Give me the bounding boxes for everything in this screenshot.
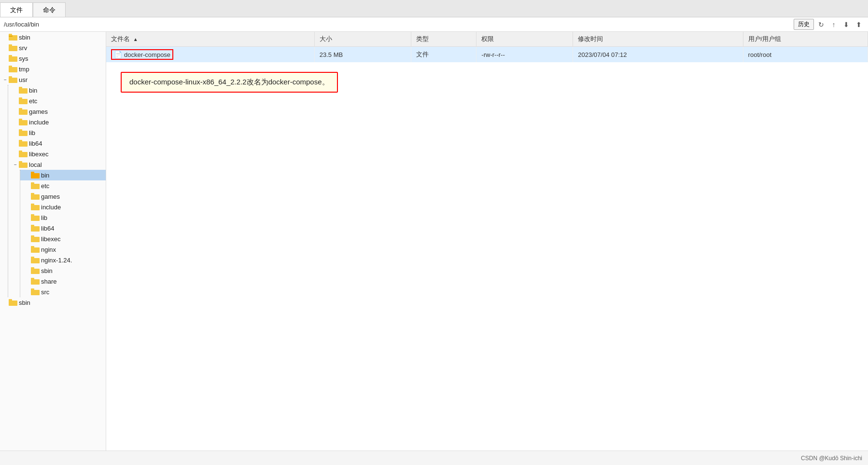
history-button[interactable]: 历史: [794, 19, 814, 30]
folder-icon: [19, 140, 28, 147]
svg-rect-3: [9, 46, 17, 51]
sidebar-item-usr-libexec[interactable]: libexec: [8, 149, 106, 159]
svg-rect-52: [9, 299, 12, 301]
sidebar-item-usr-local-lib64[interactable]: lib64: [20, 223, 106, 233]
svg-rect-38: [31, 225, 34, 227]
path-buttons: 历史 ↻ ↑ ⬇ ⬆: [794, 19, 864, 30]
svg-rect-36: [31, 214, 34, 216]
download-icon[interactable]: ⬇: [841, 19, 852, 30]
tab-bar: 文件 命令: [0, 0, 868, 17]
svg-rect-22: [19, 140, 22, 142]
svg-rect-19: [19, 131, 28, 136]
sidebar-item-sbin-top[interactable]: sbin: [0, 32, 106, 42]
local-children: bin etc games: [20, 170, 106, 297]
folder-icon: [19, 108, 28, 115]
svg-rect-45: [31, 269, 40, 274]
sidebar-item-usr-local-src[interactable]: src: [20, 287, 106, 297]
sidebar-item-usr-games[interactable]: games: [8, 106, 106, 117]
svg-rect-2: [9, 34, 12, 36]
file-table: 文件名 ▲ 大小 类型 权限 修改时间: [106, 32, 868, 62]
folder-icon: [31, 257, 40, 263]
svg-rect-9: [9, 78, 17, 83]
svg-rect-14: [19, 97, 22, 99]
sidebar-item-usr-include[interactable]: include: [8, 117, 106, 127]
sidebar-item-usr-local-include[interactable]: include: [20, 202, 106, 212]
folder-icon: [19, 97, 28, 104]
svg-rect-6: [9, 55, 12, 57]
sidebar-item-usr-local-bin[interactable]: bin: [20, 170, 106, 180]
upload-icon[interactable]: ⬆: [854, 19, 864, 30]
folder-icon: [31, 214, 40, 221]
svg-rect-40: [31, 235, 34, 237]
sidebar-item-usr-local-nginx124[interactable]: nginx-1.24.: [20, 255, 106, 265]
svg-rect-41: [31, 247, 40, 253]
folder-icon: [9, 299, 17, 306]
status-bar: CSDN @Kudō Shin-ichi: [0, 451, 868, 465]
svg-rect-8: [9, 66, 12, 68]
sidebar-label: usr: [19, 76, 28, 83]
svg-rect-12: [19, 87, 22, 89]
folder-icon: [31, 267, 40, 274]
main-layout: sbin srv sys tmp −: [0, 32, 868, 451]
sidebar-item-usr-local-lib[interactable]: lib: [20, 212, 106, 223]
sidebar-item-usr-etc[interactable]: etc: [8, 96, 106, 106]
sidebar-item-srv[interactable]: srv: [0, 42, 106, 53]
file-size-cell: 23.5 MB: [314, 47, 411, 63]
col-header-type[interactable]: 类型: [411, 32, 476, 47]
folder-icon: [31, 193, 40, 200]
col-header-permissions[interactable]: 权限: [476, 32, 573, 47]
sidebar-item-tmp[interactable]: tmp: [0, 64, 106, 74]
folder-icon: [31, 278, 40, 285]
svg-rect-49: [31, 290, 40, 295]
folder-icon: [31, 182, 40, 189]
svg-rect-51: [9, 301, 17, 306]
toggle-usr[interactable]: −: [2, 76, 9, 83]
svg-rect-48: [31, 278, 34, 280]
sidebar-item-usr-local-libexec[interactable]: libexec: [20, 233, 106, 244]
col-header-name[interactable]: 文件名 ▲: [106, 32, 314, 47]
folder-icon: [9, 34, 17, 41]
col-header-modified[interactable]: 修改时间: [573, 32, 743, 47]
file-name-border: 📄 docker-compose: [111, 49, 173, 60]
status-text: CSDN @Kudō Shin-ichi: [801, 455, 862, 462]
folder-icon: [31, 172, 40, 178]
refresh-icon[interactable]: ↻: [816, 19, 826, 30]
svg-rect-42: [31, 246, 34, 248]
sidebar-item-usr-local-share[interactable]: share: [20, 276, 106, 287]
folder-icon: [31, 246, 40, 253]
svg-rect-39: [31, 237, 40, 242]
folder-icon: [9, 76, 17, 83]
col-header-size[interactable]: 大小: [314, 32, 411, 47]
sidebar-item-usr-local-etc[interactable]: etc: [20, 180, 106, 191]
usr-children: bin etc games includ: [8, 85, 106, 297]
sidebar-item-usr-bin[interactable]: bin: [8, 85, 106, 96]
up-icon[interactable]: ↑: [828, 19, 839, 30]
col-header-owner[interactable]: 用户/用户组: [743, 32, 868, 47]
svg-rect-35: [31, 216, 40, 221]
folder-icon: [9, 44, 17, 51]
svg-rect-20: [19, 129, 22, 131]
file-owner-cell: root/root: [743, 47, 868, 63]
sidebar-item-usr[interactable]: − usr: [0, 74, 106, 85]
file-icon: 📄: [114, 51, 122, 58]
sidebar-item-sbin-bottom[interactable]: sbin: [0, 297, 106, 308]
sidebar-item-usr-local[interactable]: − local: [8, 159, 106, 170]
sidebar-item-usr-lib64[interactable]: lib64: [8, 138, 106, 149]
sidebar-item-usr-local-sbin[interactable]: sbin: [20, 265, 106, 276]
svg-rect-43: [31, 258, 40, 263]
sidebar-label: tmp: [19, 66, 29, 73]
sort-arrow-asc: ▲: [133, 37, 138, 42]
sidebar-item-usr-local-games[interactable]: games: [20, 191, 106, 202]
svg-rect-17: [19, 120, 28, 125]
sidebar-item-usr-local-nginx[interactable]: nginx: [20, 244, 106, 255]
tab-command[interactable]: 命令: [33, 2, 66, 17]
svg-rect-23: [19, 152, 28, 157]
sidebar-item-usr-lib[interactable]: lib: [8, 127, 106, 138]
toggle-sys: [2, 55, 9, 62]
svg-rect-44: [31, 257, 34, 259]
tab-file[interactable]: 文件: [0, 2, 33, 17]
table-row[interactable]: 📄 docker-compose 23.5 MB 文件 -rw-r--r-- 2…: [106, 47, 868, 63]
file-permissions-cell: -rw-r--r--: [476, 47, 573, 63]
sidebar-item-sys[interactable]: sys: [0, 53, 106, 64]
sidebar-label: srv: [19, 44, 27, 52]
